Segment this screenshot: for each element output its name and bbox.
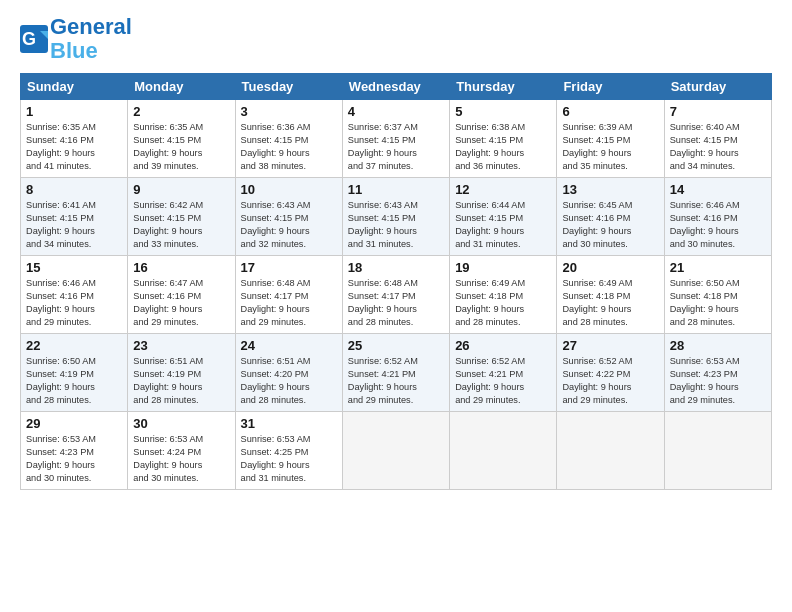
day-number: 15 xyxy=(26,260,122,275)
day-info: Sunrise: 6:49 AMSunset: 4:18 PMDaylight:… xyxy=(455,277,551,329)
day-number: 26 xyxy=(455,338,551,353)
day-cell: 21Sunrise: 6:50 AMSunset: 4:18 PMDayligh… xyxy=(664,256,771,334)
day-info: Sunrise: 6:53 AMSunset: 4:23 PMDaylight:… xyxy=(26,433,122,485)
day-cell: 12Sunrise: 6:44 AMSunset: 4:15 PMDayligh… xyxy=(450,178,557,256)
day-cell: 29Sunrise: 6:53 AMSunset: 4:23 PMDayligh… xyxy=(21,412,128,490)
day-info: Sunrise: 6:38 AMSunset: 4:15 PMDaylight:… xyxy=(455,121,551,173)
day-number: 4 xyxy=(348,104,444,119)
weekday-header-saturday: Saturday xyxy=(664,74,771,100)
svg-text:G: G xyxy=(22,29,36,49)
day-cell: 17Sunrise: 6:48 AMSunset: 4:17 PMDayligh… xyxy=(235,256,342,334)
day-info: Sunrise: 6:49 AMSunset: 4:18 PMDaylight:… xyxy=(562,277,658,329)
logo: G GeneralBlue xyxy=(20,15,132,63)
day-info: Sunrise: 6:39 AMSunset: 4:15 PMDaylight:… xyxy=(562,121,658,173)
day-cell: 27Sunrise: 6:52 AMSunset: 4:22 PMDayligh… xyxy=(557,334,664,412)
day-number: 5 xyxy=(455,104,551,119)
day-info: Sunrise: 6:40 AMSunset: 4:15 PMDaylight:… xyxy=(670,121,766,173)
day-cell: 6Sunrise: 6:39 AMSunset: 4:15 PMDaylight… xyxy=(557,100,664,178)
day-cell: 1Sunrise: 6:35 AMSunset: 4:16 PMDaylight… xyxy=(21,100,128,178)
day-info: Sunrise: 6:50 AMSunset: 4:18 PMDaylight:… xyxy=(670,277,766,329)
day-info: Sunrise: 6:50 AMSunset: 4:19 PMDaylight:… xyxy=(26,355,122,407)
day-number: 10 xyxy=(241,182,337,197)
day-cell: 19Sunrise: 6:49 AMSunset: 4:18 PMDayligh… xyxy=(450,256,557,334)
day-number: 16 xyxy=(133,260,229,275)
day-cell xyxy=(664,412,771,490)
header-row: SundayMondayTuesdayWednesdayThursdayFrid… xyxy=(21,74,772,100)
day-number: 2 xyxy=(133,104,229,119)
day-info: Sunrise: 6:52 AMSunset: 4:21 PMDaylight:… xyxy=(455,355,551,407)
day-cell: 8Sunrise: 6:41 AMSunset: 4:15 PMDaylight… xyxy=(21,178,128,256)
day-number: 30 xyxy=(133,416,229,431)
day-info: Sunrise: 6:53 AMSunset: 4:24 PMDaylight:… xyxy=(133,433,229,485)
day-number: 21 xyxy=(670,260,766,275)
day-info: Sunrise: 6:37 AMSunset: 4:15 PMDaylight:… xyxy=(348,121,444,173)
day-info: Sunrise: 6:51 AMSunset: 4:20 PMDaylight:… xyxy=(241,355,337,407)
day-cell xyxy=(450,412,557,490)
day-number: 7 xyxy=(670,104,766,119)
weekday-header-sunday: Sunday xyxy=(21,74,128,100)
day-number: 6 xyxy=(562,104,658,119)
day-number: 27 xyxy=(562,338,658,353)
day-cell: 30Sunrise: 6:53 AMSunset: 4:24 PMDayligh… xyxy=(128,412,235,490)
day-info: Sunrise: 6:43 AMSunset: 4:15 PMDaylight:… xyxy=(241,199,337,251)
header: G GeneralBlue xyxy=(20,15,772,63)
day-number: 29 xyxy=(26,416,122,431)
day-cell xyxy=(557,412,664,490)
week-row-4: 22Sunrise: 6:50 AMSunset: 4:19 PMDayligh… xyxy=(21,334,772,412)
day-number: 19 xyxy=(455,260,551,275)
day-info: Sunrise: 6:42 AMSunset: 4:15 PMDaylight:… xyxy=(133,199,229,251)
weekday-header-friday: Friday xyxy=(557,74,664,100)
day-info: Sunrise: 6:52 AMSunset: 4:22 PMDaylight:… xyxy=(562,355,658,407)
day-cell: 4Sunrise: 6:37 AMSunset: 4:15 PMDaylight… xyxy=(342,100,449,178)
day-info: Sunrise: 6:43 AMSunset: 4:15 PMDaylight:… xyxy=(348,199,444,251)
day-number: 31 xyxy=(241,416,337,431)
day-number: 1 xyxy=(26,104,122,119)
day-cell: 13Sunrise: 6:45 AMSunset: 4:16 PMDayligh… xyxy=(557,178,664,256)
weekday-header-wednesday: Wednesday xyxy=(342,74,449,100)
day-info: Sunrise: 6:44 AMSunset: 4:15 PMDaylight:… xyxy=(455,199,551,251)
calendar-table: SundayMondayTuesdayWednesdayThursdayFrid… xyxy=(20,73,772,490)
day-info: Sunrise: 6:48 AMSunset: 4:17 PMDaylight:… xyxy=(241,277,337,329)
day-info: Sunrise: 6:41 AMSunset: 4:15 PMDaylight:… xyxy=(26,199,122,251)
day-info: Sunrise: 6:51 AMSunset: 4:19 PMDaylight:… xyxy=(133,355,229,407)
day-cell: 3Sunrise: 6:36 AMSunset: 4:15 PMDaylight… xyxy=(235,100,342,178)
day-number: 3 xyxy=(241,104,337,119)
day-cell: 31Sunrise: 6:53 AMSunset: 4:25 PMDayligh… xyxy=(235,412,342,490)
day-info: Sunrise: 6:45 AMSunset: 4:16 PMDaylight:… xyxy=(562,199,658,251)
day-cell: 23Sunrise: 6:51 AMSunset: 4:19 PMDayligh… xyxy=(128,334,235,412)
day-info: Sunrise: 6:46 AMSunset: 4:16 PMDaylight:… xyxy=(26,277,122,329)
logo-text: GeneralBlue xyxy=(50,15,132,63)
day-info: Sunrise: 6:53 AMSunset: 4:25 PMDaylight:… xyxy=(241,433,337,485)
day-number: 12 xyxy=(455,182,551,197)
weekday-header-thursday: Thursday xyxy=(450,74,557,100)
day-cell: 7Sunrise: 6:40 AMSunset: 4:15 PMDaylight… xyxy=(664,100,771,178)
day-cell xyxy=(342,412,449,490)
day-info: Sunrise: 6:35 AMSunset: 4:15 PMDaylight:… xyxy=(133,121,229,173)
day-cell: 18Sunrise: 6:48 AMSunset: 4:17 PMDayligh… xyxy=(342,256,449,334)
week-row-2: 8Sunrise: 6:41 AMSunset: 4:15 PMDaylight… xyxy=(21,178,772,256)
day-number: 11 xyxy=(348,182,444,197)
day-info: Sunrise: 6:36 AMSunset: 4:15 PMDaylight:… xyxy=(241,121,337,173)
week-row-1: 1Sunrise: 6:35 AMSunset: 4:16 PMDaylight… xyxy=(21,100,772,178)
day-cell: 11Sunrise: 6:43 AMSunset: 4:15 PMDayligh… xyxy=(342,178,449,256)
day-cell: 14Sunrise: 6:46 AMSunset: 4:16 PMDayligh… xyxy=(664,178,771,256)
day-info: Sunrise: 6:46 AMSunset: 4:16 PMDaylight:… xyxy=(670,199,766,251)
day-number: 8 xyxy=(26,182,122,197)
day-cell: 22Sunrise: 6:50 AMSunset: 4:19 PMDayligh… xyxy=(21,334,128,412)
week-row-3: 15Sunrise: 6:46 AMSunset: 4:16 PMDayligh… xyxy=(21,256,772,334)
day-number: 13 xyxy=(562,182,658,197)
week-row-5: 29Sunrise: 6:53 AMSunset: 4:23 PMDayligh… xyxy=(21,412,772,490)
day-number: 23 xyxy=(133,338,229,353)
day-number: 9 xyxy=(133,182,229,197)
day-cell: 10Sunrise: 6:43 AMSunset: 4:15 PMDayligh… xyxy=(235,178,342,256)
day-number: 25 xyxy=(348,338,444,353)
day-cell: 24Sunrise: 6:51 AMSunset: 4:20 PMDayligh… xyxy=(235,334,342,412)
day-cell: 16Sunrise: 6:47 AMSunset: 4:16 PMDayligh… xyxy=(128,256,235,334)
day-cell: 28Sunrise: 6:53 AMSunset: 4:23 PMDayligh… xyxy=(664,334,771,412)
day-number: 17 xyxy=(241,260,337,275)
day-cell: 25Sunrise: 6:52 AMSunset: 4:21 PMDayligh… xyxy=(342,334,449,412)
day-number: 28 xyxy=(670,338,766,353)
logo-icon: G xyxy=(20,25,48,53)
day-info: Sunrise: 6:47 AMSunset: 4:16 PMDaylight:… xyxy=(133,277,229,329)
day-cell: 2Sunrise: 6:35 AMSunset: 4:15 PMDaylight… xyxy=(128,100,235,178)
